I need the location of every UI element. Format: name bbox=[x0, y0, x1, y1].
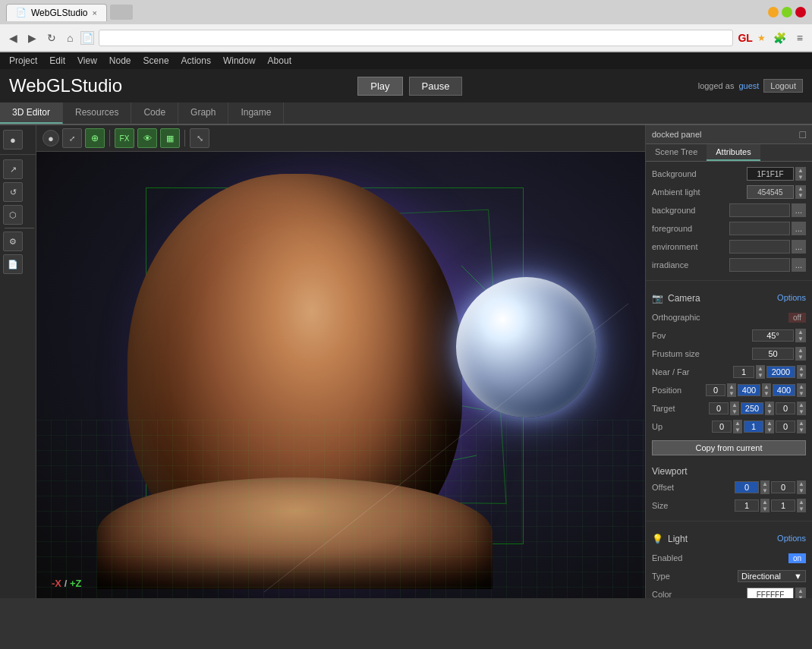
frustum-size-value[interactable]: 50 bbox=[752, 348, 794, 360]
pos-x[interactable]: 0 bbox=[706, 384, 725, 396]
up-y[interactable]: 1 bbox=[744, 421, 763, 433]
up-x-down[interactable]: ▼ bbox=[733, 427, 742, 433]
enabled-toggle[interactable]: on bbox=[788, 553, 806, 563]
env-texture-input[interactable] bbox=[729, 240, 790, 254]
frustum-size-spin-up[interactable]: ▲ bbox=[795, 347, 806, 354]
panel-close-btn[interactable]: □ bbox=[800, 128, 806, 140]
circle-tool-btn[interactable]: ● bbox=[3, 130, 23, 150]
address-bar[interactable] bbox=[99, 30, 733, 46]
size-y-up[interactable]: ▲ bbox=[797, 499, 806, 506]
star-icon[interactable]: ★ bbox=[757, 33, 766, 43]
background-spin-down[interactable]: ▼ bbox=[795, 174, 806, 181]
logout-button[interactable]: Logout bbox=[763, 79, 803, 93]
offset-x-down[interactable]: ▼ bbox=[760, 487, 770, 494]
copy-from-current-btn[interactable]: Copy from current bbox=[652, 440, 806, 455]
up-x[interactable]: 0 bbox=[712, 421, 732, 433]
ambient-color-swatch[interactable]: 454545 bbox=[747, 185, 794, 199]
play-button[interactable]: Play bbox=[357, 77, 402, 96]
pause-button[interactable]: Pause bbox=[409, 77, 463, 96]
far-spin-down[interactable]: ▼ bbox=[797, 372, 806, 379]
fov-value[interactable]: 45° bbox=[752, 329, 794, 342]
tgt-y-down[interactable]: ▼ bbox=[765, 408, 774, 415]
pos-x-up[interactable]: ▲ bbox=[727, 383, 736, 390]
tab-close-btn[interactable]: × bbox=[93, 8, 97, 17]
extensions-btn[interactable]: 🧩 bbox=[770, 30, 789, 46]
browser-tab[interactable]: 📄 WebGLStudio × bbox=[6, 4, 107, 21]
pos-z-down[interactable]: ▼ bbox=[797, 390, 806, 397]
near-spin-up[interactable]: ▲ bbox=[756, 365, 765, 372]
scale-btn[interactable]: ⬡ bbox=[3, 205, 23, 225]
far-spin-up[interactable]: ▲ bbox=[797, 365, 806, 372]
menu-view[interactable]: View bbox=[77, 55, 97, 66]
bg-texture-dots[interactable]: ... bbox=[792, 203, 806, 217]
type-dropdown[interactable]: Directional ▼ bbox=[738, 570, 806, 582]
light-color-down[interactable]: ▼ bbox=[795, 594, 806, 598]
forward-btn[interactable]: ▶ bbox=[25, 30, 39, 46]
win-close-btn[interactable] bbox=[795, 7, 806, 17]
menu-window[interactable]: Window bbox=[223, 55, 256, 66]
orthographic-toggle[interactable]: off bbox=[788, 313, 806, 323]
size-x[interactable]: 1 bbox=[735, 499, 759, 512]
up-y-down[interactable]: ▼ bbox=[765, 427, 774, 433]
transform-btn[interactable]: ↗ bbox=[3, 159, 23, 179]
up-z-down[interactable]: ▼ bbox=[797, 427, 806, 433]
size-y-down[interactable]: ▼ bbox=[797, 506, 806, 512]
tgt-z-up[interactable]: ▲ bbox=[797, 402, 806, 408]
camera-options-btn[interactable]: Options bbox=[777, 293, 806, 302]
tab-3d-editor[interactable]: 3D Editor bbox=[0, 102, 63, 124]
near-value[interactable]: 1 bbox=[733, 366, 754, 378]
tgt-x[interactable]: 0 bbox=[709, 402, 729, 414]
ambient-spin-up[interactable]: ▲ bbox=[795, 185, 806, 192]
dot-btn[interactable]: ● bbox=[42, 130, 59, 146]
up-z[interactable]: 0 bbox=[776, 421, 795, 433]
menu-node[interactable]: Node bbox=[109, 55, 131, 66]
grid-btn[interactable]: ⊕ bbox=[85, 128, 105, 148]
frame-btn[interactable]: ⤢ bbox=[62, 128, 82, 148]
up-y-up[interactable]: ▲ bbox=[765, 420, 774, 427]
scene-tree-tab[interactable]: Scene Tree bbox=[646, 144, 707, 161]
offset-y[interactable]: 0 bbox=[771, 481, 795, 493]
tgt-y-up[interactable]: ▲ bbox=[765, 402, 774, 408]
pos-x-down[interactable]: ▼ bbox=[727, 390, 736, 397]
fov-spin-up[interactable]: ▲ bbox=[795, 329, 806, 336]
tab-ingame[interactable]: Ingame bbox=[228, 102, 284, 124]
frustum-size-spin-down[interactable]: ▼ bbox=[795, 354, 806, 361]
menu-project[interactable]: Project bbox=[9, 55, 37, 66]
win-min-btn[interactable] bbox=[768, 7, 779, 17]
irr-texture-input[interactable] bbox=[729, 258, 790, 272]
pos-y[interactable]: 400 bbox=[738, 384, 760, 396]
pos-z[interactable]: 400 bbox=[773, 384, 795, 396]
home-btn[interactable]: ⌂ bbox=[64, 30, 76, 46]
tgt-z[interactable]: 0 bbox=[776, 402, 795, 414]
far-value[interactable]: 2000 bbox=[766, 366, 795, 378]
menu-about[interactable]: About bbox=[268, 55, 291, 66]
win-max-btn[interactable] bbox=[782, 7, 792, 17]
menu-edit[interactable]: Edit bbox=[49, 55, 65, 66]
fg-texture-input[interactable] bbox=[729, 222, 790, 235]
fg-texture-dots[interactable]: ... bbox=[792, 222, 806, 235]
size-x-down[interactable]: ▼ bbox=[760, 506, 770, 512]
rotate-btn[interactable]: ↺ bbox=[3, 182, 23, 202]
up-z-up[interactable]: ▲ bbox=[797, 420, 806, 427]
attributes-tab[interactable]: Attributes bbox=[707, 144, 760, 161]
background-color-swatch[interactable]: 1F1F1F bbox=[747, 167, 794, 181]
fov-spin-down[interactable]: ▼ bbox=[795, 336, 806, 342]
background-spin-up[interactable]: ▲ bbox=[795, 167, 806, 174]
tool-btn-5[interactable]: 📄 bbox=[3, 254, 23, 274]
user-link[interactable]: guest bbox=[738, 81, 759, 90]
light-color-up[interactable]: ▲ bbox=[795, 588, 806, 594]
up-x-up[interactable]: ▲ bbox=[733, 420, 742, 427]
irr-texture-dots[interactable]: ... bbox=[792, 258, 806, 272]
light-color-swatch[interactable]: FFFFFF bbox=[747, 588, 794, 598]
tgt-z-down[interactable]: ▼ bbox=[797, 408, 806, 415]
tab-resources[interactable]: Resources bbox=[63, 102, 131, 124]
3d-viewport[interactable]: -X / +Z bbox=[36, 152, 645, 598]
env-texture-dots[interactable]: ... bbox=[792, 240, 806, 254]
tgt-x-up[interactable]: ▲ bbox=[730, 402, 739, 408]
size-y[interactable]: 1 bbox=[771, 499, 795, 512]
ambient-spin-down[interactable]: ▼ bbox=[795, 192, 806, 199]
tool-btn-4[interactable]: ⚙ bbox=[3, 232, 23, 251]
offset-y-up[interactable]: ▲ bbox=[797, 480, 806, 487]
tab-graph[interactable]: Graph bbox=[178, 102, 228, 124]
bg-texture-input[interactable] bbox=[729, 203, 790, 217]
